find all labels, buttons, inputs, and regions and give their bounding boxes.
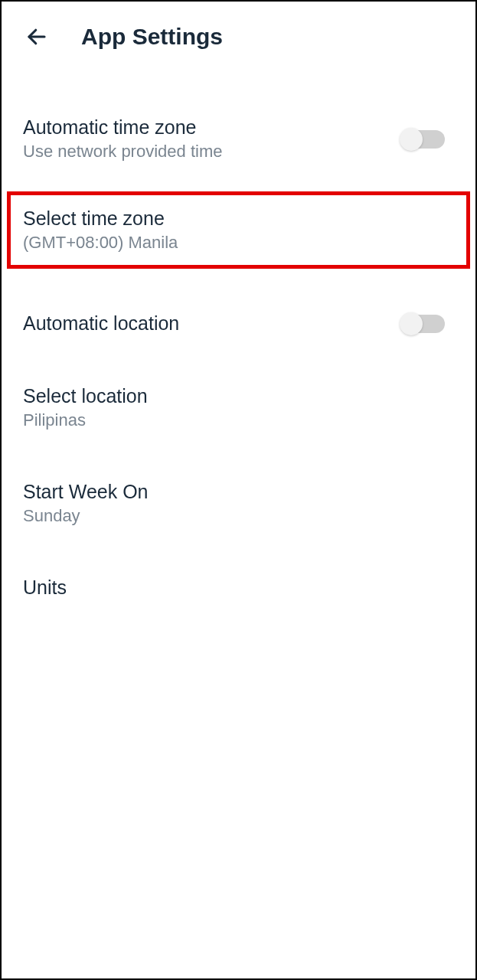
setting-text: Select time zone (GMT+08:00) Manila <box>23 207 178 253</box>
back-arrow-icon[interactable] <box>23 23 51 51</box>
setting-start-week[interactable]: Start Week On Sunday <box>2 469 475 544</box>
setting-text: Start Week On Sunday <box>23 481 149 526</box>
page-title: App Settings <box>81 24 223 50</box>
setting-text: Automatic location <box>23 312 179 335</box>
setting-text: Select location Pilipinas <box>23 385 148 430</box>
setting-text: Automatic time zone Use network provided… <box>23 116 222 162</box>
setting-automatic-location[interactable]: Automatic location <box>2 300 475 353</box>
setting-units[interactable]: Units <box>2 564 475 617</box>
toggle-knob <box>400 312 423 335</box>
setting-select-timezone[interactable]: Select time zone (GMT+08:00) Manila <box>2 186 475 274</box>
setting-text: Units <box>23 577 67 599</box>
automatic-timezone-toggle[interactable] <box>402 130 445 149</box>
setting-title: Select location <box>23 385 148 407</box>
setting-title: Automatic time zone <box>23 116 222 139</box>
setting-subtitle: (GMT+08:00) Manila <box>23 233 178 253</box>
setting-subtitle: Use network provided time <box>23 142 222 162</box>
toggle-knob <box>400 128 423 151</box>
setting-title: Select time zone <box>23 207 178 230</box>
setting-title: Start Week On <box>23 481 149 503</box>
settings-list: Automatic time zone Use network provided… <box>2 66 475 617</box>
setting-automatic-timezone[interactable]: Automatic time zone Use network provided… <box>2 104 475 180</box>
setting-subtitle: Pilipinas <box>23 410 148 430</box>
setting-title: Units <box>23 577 67 599</box>
automatic-location-toggle[interactable] <box>402 315 445 333</box>
setting-subtitle: Sunday <box>23 506 149 526</box>
setting-select-location[interactable]: Select location Pilipinas <box>2 373 475 449</box>
setting-title: Automatic location <box>23 312 179 335</box>
header: App Settings <box>2 2 475 66</box>
